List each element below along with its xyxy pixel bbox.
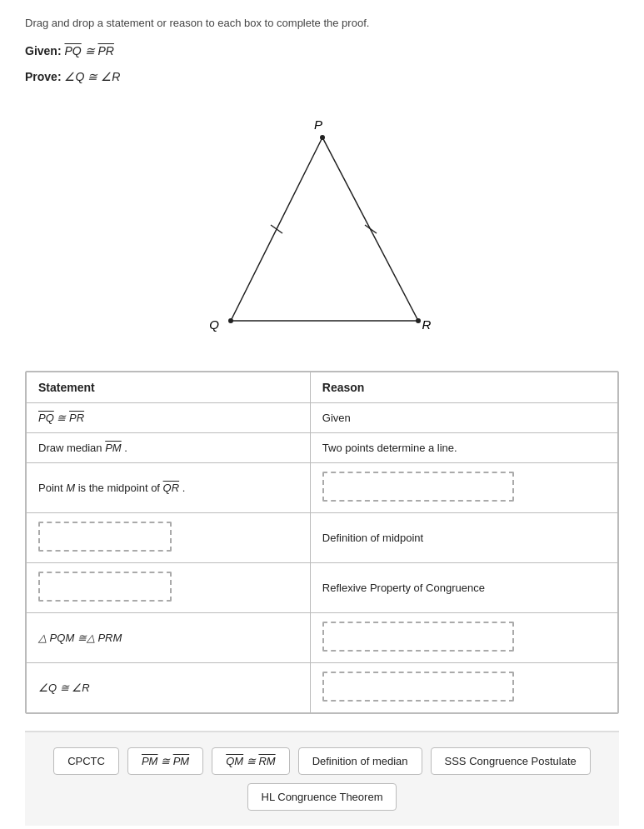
col-reason-header: Reason (310, 372, 617, 403)
stmt-angles: ∠Q ≅ ∠R (27, 663, 311, 713)
tile-pm-pm[interactable]: PM ≅ PM (127, 747, 203, 775)
given-line: Given: PQ ≅ PR (25, 41, 619, 62)
given-label: Given: (25, 44, 62, 57)
dot-q (228, 318, 233, 323)
tile-qm-rm[interactable]: QM ≅ RM (212, 747, 289, 775)
table-row: △ PQM ≅△ PRM (27, 613, 618, 663)
table-row: Definition of midpoint (27, 513, 618, 563)
col-statement-header: Statement (27, 372, 311, 403)
prove-value: ∠Q ≅ ∠R (64, 70, 120, 83)
answer-bank: CPCTC PM ≅ PM QM ≅ RM Definition of medi… (25, 731, 619, 826)
diagram-container: P Q R (25, 104, 619, 346)
tile-hl[interactable]: HL Congruence Theorem (247, 783, 397, 811)
label-q: Q (209, 317, 219, 332)
rsn-def-midpoint: Definition of midpoint (310, 513, 617, 563)
stmt-draw-median: Draw median PM . (27, 433, 311, 463)
stmt-dashed-3[interactable] (27, 563, 311, 613)
prove-line: Prove: ∠Q ≅ ∠R (25, 67, 619, 87)
given-value: PQ ≅ PR (64, 44, 113, 57)
rsn-given: Given (310, 403, 617, 433)
instructions-text: Drag and drop a statement or reason to e… (25, 17, 619, 29)
proof-table: Statement Reason PQ ≅ PR Given Draw medi… (26, 372, 618, 713)
tile-sss[interactable]: SSS Congruence Postulate (431, 747, 591, 775)
stmt-triangles: △ PQM ≅△ PRM (27, 613, 311, 663)
tile-def-median[interactable]: Definition of median (298, 747, 422, 775)
rsn-reflexive: Reflexive Property of Congruence (310, 563, 617, 613)
rsn-dashed-4[interactable] (310, 613, 617, 663)
triangle-diagram: P Q R (206, 104, 439, 346)
stmt-midpoint: Point M is the midpoint of QR . (27, 463, 311, 513)
rsn-dashed-1[interactable] (310, 463, 617, 513)
drop-zone-1[interactable] (322, 472, 514, 502)
table-row: Draw median PM . Two points determine a … (27, 433, 618, 463)
drop-zone-3[interactable] (38, 572, 172, 602)
prove-label: Prove: (25, 70, 62, 83)
tile-cpctc[interactable]: CPCTC (53, 747, 119, 775)
drop-zone-2[interactable] (38, 522, 172, 552)
dot-p (320, 135, 325, 140)
tick-pq (271, 225, 282, 233)
drop-zone-4[interactable] (322, 622, 514, 652)
label-p: P (313, 117, 322, 132)
stmt-dashed-2[interactable] (27, 513, 311, 563)
tick-pr (365, 225, 377, 233)
table-row: Reflexive Property of Congruence (27, 563, 618, 613)
stmt-pq-pr: PQ ≅ PR (27, 403, 311, 433)
table-row: Point M is the midpoint of QR . (27, 463, 618, 513)
table-row: PQ ≅ PR Given (27, 403, 618, 433)
rsn-dashed-5[interactable] (310, 663, 617, 713)
label-r: R (422, 317, 431, 332)
table-row: ∠Q ≅ ∠R (27, 663, 618, 713)
triangle-shape (231, 137, 418, 321)
drop-zone-5[interactable] (322, 672, 514, 702)
dot-r (416, 318, 421, 323)
proof-table-wrapper: Statement Reason PQ ≅ PR Given Draw medi… (25, 371, 619, 714)
rsn-two-points: Two points determine a line. (310, 433, 617, 463)
